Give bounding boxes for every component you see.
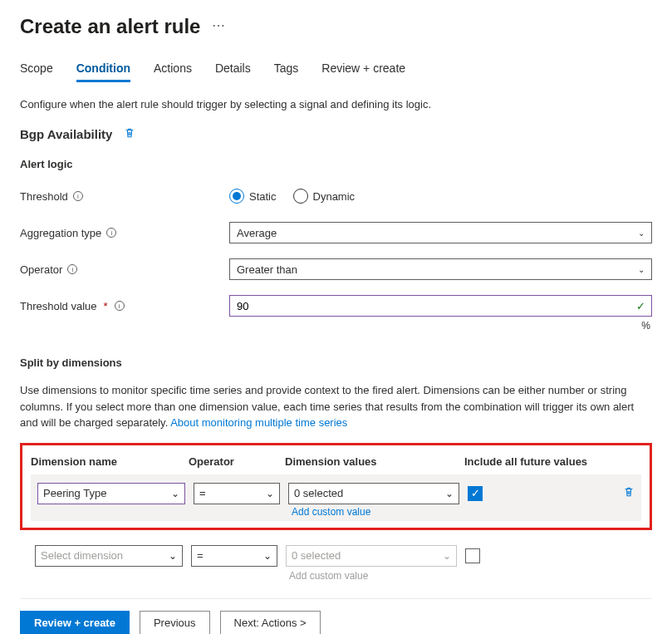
info-icon[interactable]: i (73, 191, 83, 201)
aggregation-label: Aggregation type (20, 227, 101, 239)
col-header-values: Dimension values (285, 455, 464, 468)
threshold-static-label: Static (249, 190, 277, 203)
next-button[interactable]: Next: Actions > (220, 611, 321, 635)
chevron-down-icon: ⌄ (266, 488, 274, 499)
dimension-name-select[interactable]: Peering Type ⌄ (37, 483, 185, 504)
operator-value: Greater than (237, 263, 297, 276)
tab-scope[interactable]: Scope (20, 61, 53, 82)
col-header-operator: Operator (189, 455, 285, 468)
dimensions-highlighted-box: Dimension name Operator Dimension values… (20, 443, 652, 530)
tab-tags[interactable]: Tags (274, 61, 299, 82)
tabs-bar: Scope Condition Actions Details Tags Rev… (20, 61, 652, 83)
dimension-operator-select[interactable]: = ⌄ (194, 483, 280, 504)
chevron-down-icon: ⌄ (445, 488, 454, 499)
tab-details[interactable]: Details (215, 61, 251, 82)
operator-label: Operator (20, 263, 62, 276)
chevron-down-icon: ⌄ (171, 488, 179, 499)
dimensions-header: Split by dimensions (20, 356, 652, 369)
threshold-value-label: Threshold value (20, 300, 97, 312)
more-icon[interactable]: ⋯ (212, 17, 227, 33)
dimension-values-select[interactable]: 0 selected ⌄ (288, 483, 459, 504)
valid-check-icon: ✓ (636, 300, 645, 312)
delete-dimension-icon[interactable] (623, 486, 635, 500)
aggregation-select[interactable]: Average ⌄ (229, 222, 652, 243)
tab-description: Configure when the alert rule should tri… (20, 98, 652, 111)
chevron-down-icon: ⌄ (263, 550, 272, 562)
add-custom-value-link[interactable]: Add custom value (292, 506, 635, 518)
threshold-label: Threshold (20, 190, 68, 203)
info-icon[interactable]: i (67, 264, 77, 274)
add-custom-value-disabled: Add custom value (289, 570, 652, 582)
threshold-unit: % (20, 320, 652, 332)
threshold-static-radio[interactable]: Static (229, 189, 277, 204)
previous-button[interactable]: Previous (140, 611, 210, 635)
chevron-down-icon: ⌄ (638, 229, 645, 238)
threshold-dynamic-radio[interactable]: Dynamic (293, 189, 356, 204)
dimensions-description: Use dimensions to monitor specific time … (20, 382, 652, 431)
chevron-down-icon: ⌄ (169, 550, 177, 562)
review-create-button[interactable]: Review + create (20, 611, 130, 635)
info-icon[interactable]: i (106, 228, 116, 238)
dimension-name-select-empty[interactable]: Select dimension ⌄ (35, 545, 183, 567)
tab-condition[interactable]: Condition (76, 61, 130, 82)
delete-signal-icon[interactable] (124, 127, 135, 141)
info-icon[interactable]: i (115, 301, 125, 311)
col-header-name: Dimension name (31, 455, 189, 468)
signal-name: Bgp Availability (20, 127, 112, 141)
include-future-checkbox-empty[interactable] (465, 548, 480, 563)
operator-select[interactable]: Greater than ⌄ (229, 258, 652, 280)
include-future-checkbox[interactable]: ✓ (468, 486, 483, 501)
tab-actions[interactable]: Actions (154, 61, 192, 82)
aggregation-value: Average (237, 227, 277, 239)
dimensions-link[interactable]: About monitoring multiple time series (170, 416, 347, 429)
page-title: Create an alert rule (20, 15, 200, 38)
dimension-values-select-empty[interactable]: 0 selected ⌄ (286, 545, 457, 567)
threshold-dynamic-label: Dynamic (313, 190, 356, 203)
col-header-future: Include all future values (464, 455, 616, 468)
alert-logic-header: Alert logic (20, 158, 652, 170)
chevron-down-icon: ⌄ (638, 265, 645, 274)
chevron-down-icon: ⌄ (443, 550, 451, 562)
threshold-value-input[interactable] (229, 295, 652, 317)
tab-review-create[interactable]: Review + create (321, 61, 405, 82)
dimension-operator-select-empty[interactable]: = ⌄ (191, 545, 277, 567)
required-marker: * (104, 300, 108, 312)
